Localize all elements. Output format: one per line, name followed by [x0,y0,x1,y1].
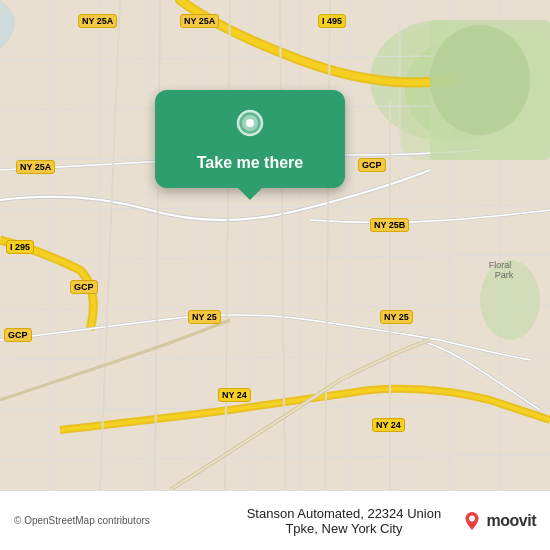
moovit-label: moovit [487,512,536,530]
svg-text:Park: Park [495,270,514,280]
road-label-ny25-2: NY 25 [380,310,413,324]
road-label-i495-1: I 495 [318,14,346,28]
road-label-gcp-2: GCP [70,280,98,294]
road-label-ny25b: NY 25B [370,218,409,232]
moovit-logo: moovit [461,510,536,532]
svg-text:Floral: Floral [489,260,512,270]
take-me-there-label: Take me there [197,154,303,172]
location-pin-icon [232,108,268,144]
road-label-i295: I 295 [6,240,34,254]
take-me-there-button[interactable]: Take me there [155,90,345,188]
road-label-ny25a-2: NY 25A [180,14,219,28]
copyright-osm: © OpenStreetMap contributors [14,515,150,526]
road-label-ny24-1: NY 24 [218,388,251,402]
road-label-ny25a-3: NY 25A [16,160,55,174]
road-label-gcp-1: GCP [358,158,386,172]
svg-point-37 [246,119,254,127]
address-text: Stanson Automated, 22324 Union Tpke, New… [237,506,450,536]
road-label-gcp-3: GCP [4,328,32,342]
road-label-ny24-2: NY 24 [372,418,405,432]
road-label-ny25a-1: NY 25A [78,14,117,28]
bottom-bar: © OpenStreetMap contributors Stanson Aut… [0,490,550,550]
moovit-pin-icon [461,510,483,532]
map-container: Floral Park NY 25A NY 25A NY 25A I 495 I… [0,0,550,490]
svg-point-39 [469,515,475,521]
copyright-text: © OpenStreetMap contributors [14,515,227,526]
svg-point-31 [430,25,530,135]
road-label-ny25-1: NY 25 [188,310,221,324]
